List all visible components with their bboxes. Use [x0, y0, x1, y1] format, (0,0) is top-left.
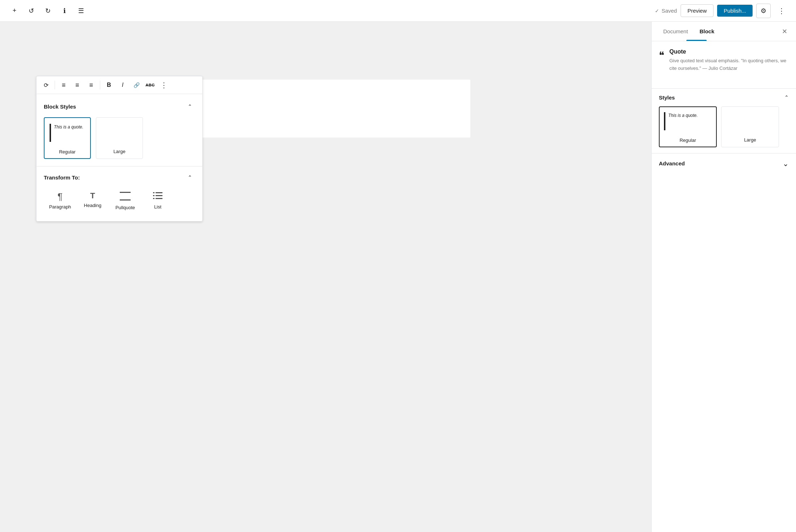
- align-center-button[interactable]: ≡: [71, 79, 84, 92]
- transform-list[interactable]: List: [141, 188, 174, 214]
- transform-header: Transform To: ⌃: [44, 172, 195, 182]
- heading-label: Heading: [84, 203, 101, 208]
- block-more-button[interactable]: ⋮: [157, 79, 170, 92]
- info-icon: ℹ: [63, 7, 66, 15]
- menu-icon: ☰: [78, 7, 84, 15]
- paragraph-label: Paragraph: [49, 204, 71, 210]
- svg-rect-7: [156, 198, 162, 199]
- transform-heading[interactable]: T Heading: [76, 188, 109, 214]
- preview-button[interactable]: Preview: [681, 4, 714, 17]
- block-info-title: Quote: [669, 48, 789, 55]
- svg-rect-5: [156, 195, 162, 196]
- svg-rect-4: [153, 195, 154, 196]
- transform-title: Transform To:: [44, 174, 80, 181]
- pullquote-icon: [120, 192, 131, 202]
- style-large-label: Large: [101, 149, 137, 154]
- pullquote-label: Pullquote: [115, 205, 135, 210]
- transform-icon: ⟳: [44, 82, 48, 89]
- svg-rect-6: [153, 198, 154, 199]
- style-large-preview: [101, 123, 137, 145]
- quote-block-icon: ❝: [659, 49, 664, 61]
- settings-button[interactable]: ⚙: [756, 4, 771, 18]
- styles-chevron-up-icon: ⌃: [784, 94, 789, 100]
- block-info-text: Quote Give quoted text visual emphasis. …: [669, 48, 789, 72]
- panel-styles-title: Styles: [659, 94, 675, 101]
- toolbar-separator-1: [55, 81, 55, 89]
- style-large-option[interactable]: Large: [96, 117, 143, 159]
- panel-content: ❝ Quote Give quoted text visual emphasis…: [652, 41, 796, 88]
- list-icon: [153, 192, 162, 201]
- panel-style-regular[interactable]: This is a quote. Regular: [659, 106, 717, 147]
- transform-grid: ¶ Paragraph T Heading Pullqu: [44, 188, 195, 214]
- styles-grid: This is a quote. Regular Large: [44, 117, 195, 159]
- block-info: ❝ Quote Give quoted text visual emphasis…: [659, 48, 789, 72]
- italic-button[interactable]: I: [116, 79, 129, 92]
- transform-pullquote[interactable]: Pullquote: [109, 188, 141, 214]
- style-regular-option[interactable]: This is a quote. Regular: [44, 117, 91, 159]
- list-label: List: [154, 204, 161, 210]
- align-right-icon: ≡: [89, 81, 93, 89]
- gear-icon: ⚙: [761, 7, 766, 15]
- undo-button[interactable]: ↺: [24, 4, 38, 18]
- svg-rect-0: [120, 192, 131, 193]
- italic-icon: I: [122, 82, 123, 88]
- tab-block[interactable]: Block: [694, 22, 720, 41]
- advanced-section-header[interactable]: Advanced ⌄: [659, 159, 789, 168]
- panel-style-large[interactable]: Large: [721, 106, 779, 147]
- block-info-description: Give quoted text visual emphasis. "In qu…: [669, 57, 789, 72]
- chevron-up-icon: ⌃: [188, 104, 192, 109]
- block-format-toolbar: ⟳ ≡ ≡ ≡ B I 🔗 ABC: [37, 76, 202, 94]
- block-styles-header: Block Styles ⌃: [44, 101, 195, 111]
- panel-styles-grid: This is a quote. Regular Large: [659, 106, 789, 147]
- panel-style-regular-label: Regular: [664, 138, 712, 143]
- svg-rect-3: [156, 192, 162, 193]
- block-styles-title: Block Styles: [44, 104, 76, 110]
- panel-tabs: Document Block ✕: [652, 22, 796, 41]
- close-icon: ✕: [782, 28, 787, 35]
- add-icon: +: [13, 7, 17, 14]
- editor-content-block[interactable]: [181, 80, 470, 138]
- main-editor-area: ⟳ ≡ ≡ ≡ B I 🔗 ABC: [0, 22, 651, 532]
- add-block-button[interactable]: +: [7, 4, 22, 18]
- undo-icon: ↺: [29, 7, 34, 15]
- toolbar-left: + ↺ ↻ ℹ ☰: [7, 4, 88, 18]
- svg-rect-1: [120, 199, 131, 200]
- advanced-section: Advanced ⌄: [652, 153, 796, 174]
- toolbar-right: ✓ Saved Preview Publish... ⚙ ⋮: [655, 4, 789, 18]
- info-button[interactable]: ℹ: [57, 4, 72, 18]
- publish-button[interactable]: Publish...: [717, 5, 753, 17]
- block-toolbar-popup: ⟳ ≡ ≡ ≡ B I 🔗 ABC: [36, 76, 203, 221]
- transform-button[interactable]: ⟳: [39, 79, 52, 92]
- style-regular-preview: This is a quote.: [50, 124, 85, 145]
- bold-button[interactable]: B: [102, 79, 115, 92]
- transform-section: Transform To: ⌃ ¶ Paragraph T Heading: [37, 166, 202, 221]
- panel-style-large-label: Large: [726, 137, 774, 143]
- panel-styles-header[interactable]: Styles ⌃: [659, 94, 789, 101]
- tab-document[interactable]: Document: [657, 22, 694, 41]
- top-toolbar: + ↺ ↻ ℹ ☰ ✓ Saved Preview Publish... ⚙ ⋮: [0, 0, 796, 22]
- align-right-button[interactable]: ≡: [85, 79, 98, 92]
- quote-bar-regular: [50, 124, 51, 142]
- transform-paragraph[interactable]: ¶ Paragraph: [44, 188, 76, 214]
- align-left-button[interactable]: ≡: [57, 79, 70, 92]
- block-styles-collapse-button[interactable]: ⌃: [185, 101, 195, 111]
- link-button[interactable]: 🔗: [130, 79, 143, 92]
- panel-quote-bar-regular: [664, 112, 665, 130]
- list-view-button[interactable]: ☰: [74, 4, 88, 18]
- right-panel: Document Block ✕ ❝ Quote Give quoted tex…: [651, 22, 796, 532]
- redo-icon: ↻: [45, 7, 51, 15]
- transform-collapse-button[interactable]: ⌃: [185, 172, 195, 182]
- panel-quote-text-regular: This is a quote.: [668, 112, 698, 119]
- panel-close-button[interactable]: ✕: [779, 26, 790, 37]
- strikethrough-button[interactable]: ABC: [144, 79, 157, 92]
- heading-icon: T: [90, 192, 95, 200]
- panel-styles-section: Styles ⌃ This is a quote. Regular Large: [652, 88, 796, 153]
- align-center-icon: ≡: [75, 81, 80, 89]
- toolbar-separator-2: [100, 81, 100, 89]
- ellipsis-icon: ⋮: [778, 7, 785, 15]
- chevron-up-icon-2: ⌃: [188, 174, 192, 180]
- more-options-button[interactable]: ⋮: [774, 4, 789, 18]
- saved-indicator: ✓ Saved: [655, 8, 677, 14]
- redo-button[interactable]: ↻: [41, 4, 55, 18]
- align-left-icon: ≡: [62, 81, 66, 89]
